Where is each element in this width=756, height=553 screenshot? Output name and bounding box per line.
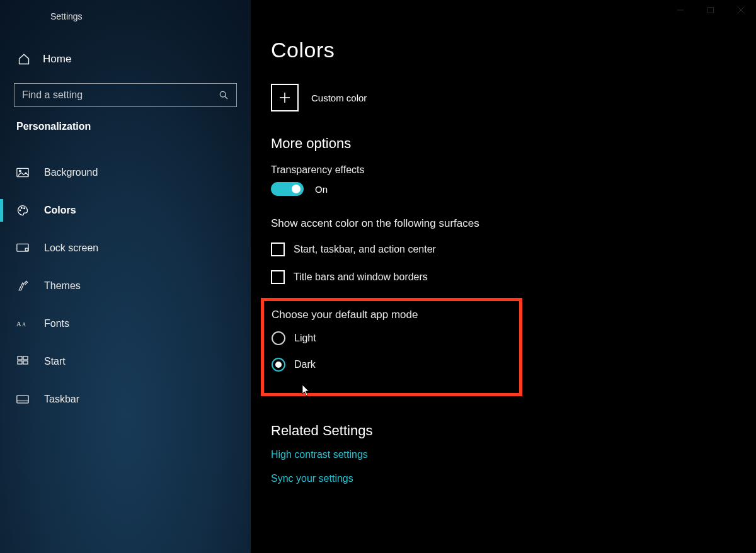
sidebar-item-label: Themes <box>44 280 81 292</box>
picture-icon <box>16 168 29 178</box>
radio-icon <box>272 331 285 345</box>
svg-rect-11 <box>18 356 22 360</box>
checkbox-icon <box>271 270 285 284</box>
svg-point-5 <box>21 207 23 208</box>
plus-icon <box>278 91 291 104</box>
svg-point-0 <box>220 91 226 97</box>
svg-rect-14 <box>23 361 28 364</box>
svg-rect-15 <box>17 396 28 403</box>
sidebar-item-label: Fonts <box>44 318 69 329</box>
checkbox-icon <box>271 242 285 256</box>
svg-text:A: A <box>16 320 21 328</box>
sidebar-item-background[interactable]: Background <box>0 154 251 191</box>
radio-label: Dark <box>294 359 316 370</box>
transparency-label: Transparency effects <box>271 164 756 176</box>
svg-point-6 <box>24 208 25 209</box>
svg-rect-13 <box>18 361 22 364</box>
checkbox-label: Start, taskbar, and action center <box>294 244 436 255</box>
sidebar-item-colors[interactable]: Colors <box>0 191 251 229</box>
home-label: Home <box>43 53 71 66</box>
custom-color-label: Custom color <box>311 93 367 103</box>
app-mode-label: Choose your default app mode <box>272 309 418 321</box>
svg-rect-7 <box>17 244 28 251</box>
svg-line-1 <box>225 96 227 99</box>
sidebar-item-taskbar[interactable]: Taskbar <box>0 380 251 418</box>
accent-checkbox-start-taskbar[interactable]: Start, taskbar, and action center <box>271 242 756 256</box>
close-button[interactable] <box>726 0 756 20</box>
svg-point-3 <box>20 170 21 172</box>
svg-point-4 <box>20 210 21 211</box>
search-container <box>0 73 251 107</box>
taskbar-icon <box>16 395 29 404</box>
nav-list: Background Colors Lock screen <box>0 154 251 418</box>
transparency-toggle[interactable] <box>271 182 304 196</box>
radio-icon <box>272 358 285 372</box>
sidebar-item-lock-screen[interactable]: Lock screen <box>0 229 251 267</box>
custom-color-button[interactable] <box>271 84 299 111</box>
link-high-contrast[interactable]: High contrast settings <box>271 449 368 460</box>
themes-icon <box>16 280 29 292</box>
accent-checkbox-title-bars[interactable]: Title bars and window borders <box>271 270 756 284</box>
svg-rect-8 <box>25 248 28 251</box>
accent-surfaces-label: Show accent color on the following surfa… <box>271 217 756 230</box>
transparency-toggle-row: On <box>271 182 756 196</box>
sidebar-item-label: Colors <box>44 205 76 216</box>
related-settings-heading: Related Settings <box>271 423 756 439</box>
window-controls <box>665 0 756 20</box>
section-label: Personalization <box>0 107 251 136</box>
radio-label: Light <box>294 333 316 344</box>
minimize-button[interactable] <box>665 0 696 20</box>
transparency-state: On <box>315 184 328 195</box>
sidebar-item-label: Taskbar <box>44 394 79 405</box>
custom-color-row: Custom color <box>271 84 756 111</box>
sidebar-item-label: Start <box>44 356 66 367</box>
fonts-icon: A A <box>16 319 29 329</box>
sidebar-item-fonts[interactable]: A A Fonts <box>0 305 251 343</box>
lock-screen-icon <box>16 243 29 253</box>
search-icon <box>219 90 229 100</box>
sidebar: Settings Home Personalization <box>0 0 251 553</box>
svg-rect-12 <box>23 356 28 360</box>
home-icon <box>18 53 30 66</box>
maximize-button[interactable] <box>696 0 726 20</box>
annotation-highlight: Choose your default app mode Light Dark <box>261 298 522 396</box>
app-mode-radio-light[interactable]: Light <box>272 331 418 345</box>
svg-text:A: A <box>22 322 26 328</box>
palette-icon <box>16 204 29 217</box>
start-icon <box>16 356 29 367</box>
home-button[interactable]: Home <box>0 45 251 73</box>
more-options-heading: More options <box>271 135 756 152</box>
app-mode-radio-dark[interactable]: Dark <box>272 358 418 372</box>
sidebar-item-themes[interactable]: Themes <box>0 267 251 305</box>
link-sync-settings[interactable]: Sync your settings <box>271 473 353 484</box>
sidebar-item-label: Background <box>44 167 98 178</box>
main-panel: Colors Custom color More options Transpa… <box>251 0 756 553</box>
search-input[interactable] <box>22 89 211 101</box>
page-title: Colors <box>271 38 756 62</box>
sidebar-item-start[interactable]: Start <box>0 343 251 380</box>
cursor-icon <box>302 384 311 397</box>
svg-rect-18 <box>708 8 714 13</box>
sidebar-item-label: Lock screen <box>44 242 98 254</box>
search-box[interactable] <box>14 83 237 107</box>
window-title: Settings <box>0 5 251 28</box>
checkbox-label: Title bars and window borders <box>294 271 428 283</box>
